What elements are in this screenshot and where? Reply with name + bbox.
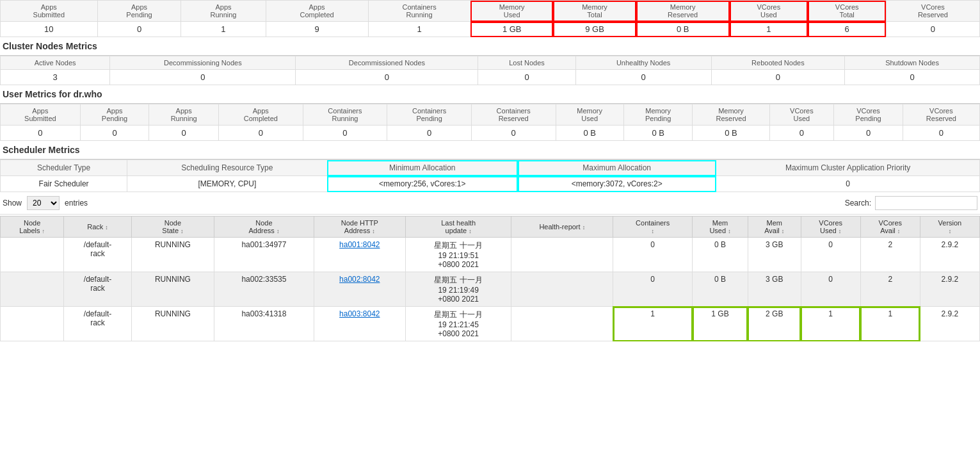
sval-min-alloc: <memory:256, vCores:1>: [327, 176, 518, 192]
ntd-report-1: [511, 238, 613, 272]
ucol-apps-pending: AppsPending: [80, 104, 149, 126]
ucol-memory-reserved: MemoryReserved: [693, 104, 769, 126]
ntd-rack-3: /default-rack: [64, 307, 132, 341]
col-decommissioned-nodes: Decommissioned Nodes: [296, 56, 478, 70]
uval-containers-running: 0: [303, 126, 387, 141]
ucol-containers-running: ContainersRunning: [303, 104, 387, 126]
ntd-mem-used-3: 1 GB: [693, 307, 748, 341]
ucol-memory-pending: MemoryPending: [623, 104, 693, 126]
scol-scheduler-type: Scheduler Type: [1, 160, 127, 176]
uval-vcores-pending: 0: [834, 126, 903, 141]
nth-http-address[interactable]: Node HTTPAddress ↕: [314, 216, 405, 238]
nth-version[interactable]: Version↕: [920, 216, 979, 238]
sval-resource-type: [MEMORY, CPU]: [127, 176, 327, 192]
ntd-health-3: 星期五 十一月19 21:21:45+0800 2021: [405, 307, 511, 341]
uval-containers-reserved: 0: [471, 126, 556, 141]
uval-vcores-used: 0: [769, 126, 834, 141]
ntd-address-3: ha003:41318: [214, 307, 314, 341]
cluster-nodes-section: Cluster Nodes Metrics Active Nodes Decom…: [0, 37, 980, 85]
ntd-mem-used-1: 0 B: [693, 238, 748, 272]
nth-address[interactable]: NodeAddress ↕: [214, 216, 314, 238]
ntd-vcores-used-1: 0: [801, 238, 860, 272]
nth-health-report[interactable]: Health-report ↕: [511, 216, 613, 238]
ntd-rack-2: /default-rack: [64, 272, 132, 307]
cluster-nodes-table: Active Nodes Decommissioning Nodes Decom…: [0, 56, 980, 85]
nth-rack[interactable]: Rack ↕: [64, 216, 132, 238]
uval-apps-pending: 0: [80, 126, 149, 141]
search-box: Search:: [845, 196, 977, 210]
col-unhealthy-nodes: Unhealthy Nodes: [575, 56, 711, 70]
ucol-memory-used: MemoryUsed: [556, 104, 623, 126]
scheduler-header: Scheduler Metrics: [0, 141, 980, 159]
nth-vcores-avail[interactable]: VCoresAvail ↕: [860, 216, 920, 238]
uval-memory-pending: 0 B: [623, 126, 693, 141]
search-input[interactable]: [875, 196, 977, 210]
col-rebooted-nodes: Rebooted Nodes: [711, 56, 844, 70]
col-vcores-reserved: VCoresReserved: [886, 1, 979, 22]
ntd-http-2[interactable]: ha002:8042: [314, 272, 405, 307]
val-lost-nodes: 0: [478, 70, 575, 85]
col-memory-total: MemoryTotal: [553, 1, 636, 22]
ntd-mem-avail-1: 3 GB: [748, 238, 801, 272]
entries-select[interactable]: 20 10 25 50 100: [27, 196, 60, 210]
nth-containers[interactable]: Containers↕: [613, 216, 693, 238]
ucol-vcores-used: VCoresUsed: [769, 104, 834, 126]
col-apps-running: AppsRunning: [181, 1, 266, 22]
nth-labels[interactable]: NodeLabels ↑: [1, 216, 64, 238]
val-containers-running: 1: [368, 22, 470, 37]
val-vcores-used: 1: [730, 22, 808, 37]
val-apps-pending: 0: [97, 22, 181, 37]
uval-apps-submitted: 0: [1, 126, 81, 141]
val-memory-used: 1 GB: [470, 22, 553, 37]
scol-resource-type: Scheduling Resource Type: [127, 160, 327, 176]
col-memory-used: MemoryUsed: [470, 1, 553, 22]
ucol-apps-submitted: AppsSubmitted: [1, 104, 81, 126]
scheduler-section: Scheduler Metrics Scheduler Type Schedul…: [0, 141, 980, 192]
col-active-nodes: Active Nodes: [1, 56, 110, 70]
ucol-containers-pending: ContainersPending: [387, 104, 472, 126]
nth-state[interactable]: NodeState ↕: [131, 216, 214, 238]
sval-scheduler-type: Fair Scheduler: [1, 176, 127, 192]
val-rebooted-nodes: 0: [711, 70, 844, 85]
scol-min-alloc: Minimum Allocation: [327, 160, 518, 176]
ntd-state-3: RUNNING: [131, 307, 214, 341]
ntd-http-1[interactable]: ha001:8042: [314, 238, 405, 272]
scheduler-table: Scheduler Type Scheduling Resource Type …: [0, 159, 980, 192]
table-row: /default-rack RUNNING ha003:41318 ha003:…: [1, 307, 980, 341]
ntd-health-2: 星期五 十一月19 21:19:49+0800 2021: [405, 272, 511, 307]
scol-max-priority: Maximum Cluster Application Priority: [716, 160, 980, 176]
val-decommissioning-nodes: 0: [110, 70, 296, 85]
scol-max-alloc: Maximum Allocation: [518, 160, 716, 176]
nth-mem-avail[interactable]: MemAvail ↕: [748, 216, 801, 238]
nth-mem-used[interactable]: MemUsed ↕: [693, 216, 748, 238]
ntd-address-2: ha002:33535: [214, 272, 314, 307]
cluster-apps-section: AppsSubmitted AppsPending AppsRunning Ap…: [0, 0, 980, 37]
sval-max-alloc: <memory:3072, vCores:2>: [518, 176, 716, 192]
ntd-address-1: ha001:34977: [214, 238, 314, 272]
ntd-labels-2: [1, 272, 64, 307]
ntd-http-3[interactable]: ha003:8042: [314, 307, 405, 341]
val-apps-submitted: 10: [1, 22, 98, 37]
val-memory-total: 9 GB: [553, 22, 636, 37]
val-active-nodes: 3: [1, 70, 110, 85]
col-decommissioning-nodes: Decommissioning Nodes: [110, 56, 296, 70]
col-apps-completed: AppsCompleted: [266, 1, 368, 22]
nth-last-health[interactable]: Last healthupdate ↕: [405, 216, 511, 238]
col-shutdown-nodes: Shutdown Nodes: [845, 56, 980, 70]
user-metrics-table: AppsSubmitted AppsPending AppsRunning Ap…: [0, 104, 980, 141]
nth-vcores-used[interactable]: VCoresUsed ↕: [801, 216, 860, 238]
val-decommissioned-nodes: 0: [296, 70, 478, 85]
show-label: Show: [3, 199, 22, 208]
col-apps-submitted: AppsSubmitted: [1, 1, 98, 22]
ntd-state-1: RUNNING: [131, 238, 214, 272]
uval-apps-running: 0: [149, 126, 219, 141]
ntd-rack-1: /default-rack: [64, 238, 132, 272]
ntd-vcores-avail-3: 1: [860, 307, 920, 341]
user-metrics-section: User Metrics for dr.who AppsSubmitted Ap…: [0, 85, 980, 141]
val-shutdown-nodes: 0: [845, 70, 980, 85]
ucol-apps-running: AppsRunning: [149, 104, 219, 126]
ucol-containers-reserved: ContainersReserved: [471, 104, 556, 126]
ntd-mem-avail-2: 3 GB: [748, 272, 801, 307]
col-vcores-used: VCoresUsed: [730, 1, 808, 22]
sval-max-priority: 0: [716, 176, 980, 192]
